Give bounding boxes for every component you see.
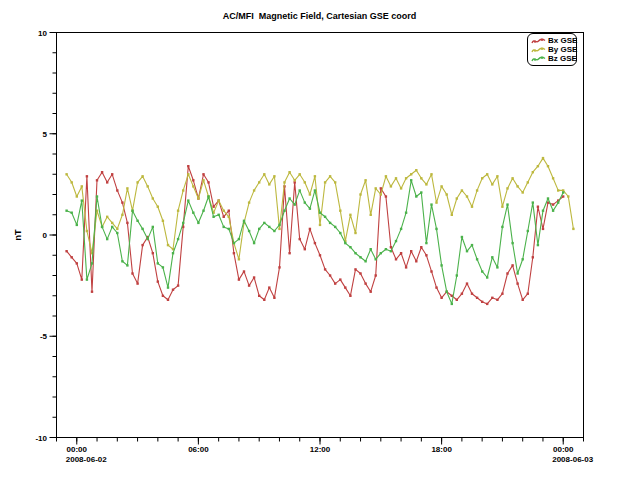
data-point-marker	[126, 222, 128, 224]
data-point-marker	[349, 214, 351, 216]
data-point-marker	[253, 242, 255, 244]
data-point-marker	[334, 282, 336, 284]
data-point-marker	[339, 278, 341, 280]
data-point-marker	[76, 224, 78, 226]
data-point-marker	[552, 177, 554, 179]
data-point-marker	[121, 201, 123, 203]
data-point-marker	[263, 222, 265, 224]
legend-label-bx: Bx GSE	[548, 36, 577, 45]
data-point-marker	[370, 248, 372, 250]
data-point-marker	[567, 195, 569, 197]
data-point-marker	[253, 189, 255, 191]
data-point-marker	[91, 262, 93, 264]
data-point-marker	[111, 226, 113, 228]
data-point-marker	[344, 242, 346, 244]
data-point-marker	[466, 282, 468, 284]
x-tick-label: 06:00	[188, 445, 209, 454]
data-point-marker	[491, 183, 493, 185]
data-point-marker	[486, 303, 488, 305]
data-point-marker	[268, 183, 270, 185]
data-point-marker	[511, 264, 513, 266]
data-point-marker	[471, 244, 473, 246]
data-point-marker	[435, 286, 437, 288]
y-tick-label: 10	[38, 29, 47, 38]
data-point-marker	[319, 224, 321, 226]
data-point-marker	[121, 260, 123, 262]
data-point-marker	[136, 282, 138, 284]
data-point-marker	[405, 177, 407, 179]
data-point-marker	[162, 266, 164, 268]
data-point-marker	[157, 262, 159, 264]
data-point-marker	[319, 254, 321, 256]
data-point-marker	[258, 181, 260, 183]
y-tick-label: 5	[43, 130, 48, 139]
data-point-marker	[248, 284, 250, 286]
data-point-marker	[415, 169, 417, 171]
y-axis-unit-label: nT	[13, 223, 27, 247]
data-point-marker	[192, 185, 194, 187]
data-point-marker	[380, 193, 382, 195]
data-point-marker	[506, 272, 508, 274]
data-point-marker	[304, 201, 306, 203]
data-point-marker	[157, 206, 159, 208]
data-point-marker	[537, 206, 539, 208]
data-point-marker	[516, 272, 518, 274]
y-tick-label: 0	[43, 231, 48, 240]
data-point-marker	[486, 276, 488, 278]
data-point-marker	[420, 246, 422, 248]
x-tick-label: 12:00	[310, 445, 331, 454]
data-point-marker	[192, 212, 194, 214]
data-point-marker	[212, 216, 214, 218]
data-point-marker	[248, 230, 250, 232]
data-point-marker	[299, 238, 301, 240]
chart-title: AC/MFI Magnetic Field, Cartesian GSE coo…	[56, 11, 583, 21]
data-point-marker	[532, 201, 534, 203]
bz-line-sample-icon	[531, 55, 546, 63]
data-point-marker	[223, 216, 225, 218]
data-point-marker	[86, 278, 88, 280]
bx-line-sample-icon	[531, 37, 546, 45]
data-point-marker	[314, 242, 316, 244]
data-point-marker	[131, 210, 133, 212]
data-point-marker	[440, 264, 442, 266]
data-point-marker	[501, 206, 503, 208]
data-point-marker	[288, 197, 290, 199]
data-point-marker	[268, 226, 270, 228]
data-point-marker	[76, 195, 78, 197]
x-tick-label: 18:00	[431, 445, 452, 454]
data-point-marker	[354, 252, 356, 254]
data-point-marker	[116, 228, 118, 230]
data-point-marker	[339, 210, 341, 212]
data-point-marker	[187, 199, 189, 201]
data-point-marker	[400, 252, 402, 254]
data-point-marker	[71, 181, 73, 183]
data-point-marker	[81, 185, 83, 187]
data-point-marker	[65, 210, 67, 212]
data-point-marker	[329, 222, 331, 224]
data-point-marker	[197, 222, 199, 224]
data-point-marker	[385, 195, 387, 197]
data-point-marker	[395, 177, 397, 179]
data-point-marker	[278, 266, 280, 268]
data-point-marker	[552, 203, 554, 205]
by-line-sample-icon	[531, 46, 546, 54]
data-point-marker	[380, 252, 382, 254]
data-point-marker	[572, 228, 574, 230]
data-point-marker	[309, 228, 311, 230]
data-point-marker	[167, 286, 169, 288]
data-point-marker	[329, 175, 331, 177]
data-point-marker	[420, 177, 422, 179]
data-point-marker	[218, 199, 220, 201]
data-point-marker	[456, 197, 458, 199]
data-point-marker	[111, 173, 113, 175]
data-point-marker	[481, 301, 483, 303]
data-point-marker	[65, 250, 67, 252]
data-point-marker	[76, 262, 78, 264]
data-point-marker	[359, 272, 361, 274]
data-point-marker	[446, 193, 448, 195]
data-point-marker	[440, 297, 442, 299]
data-point-marker	[202, 179, 204, 181]
data-point-marker	[506, 203, 508, 205]
data-point-marker	[440, 185, 442, 187]
data-point-marker	[435, 201, 437, 203]
